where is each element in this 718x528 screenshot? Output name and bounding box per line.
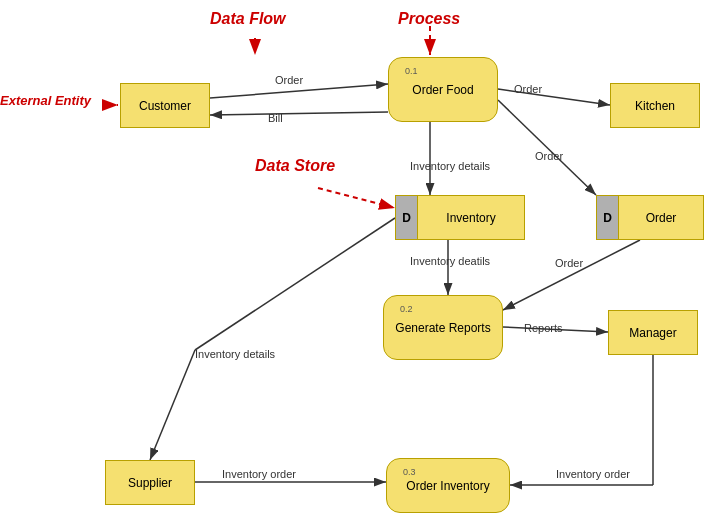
generate-reports-node[interactable]: 0.2 Generate Reports bbox=[383, 295, 503, 360]
datastore-legend-label: Data Store bbox=[255, 157, 335, 175]
svg-line-10 bbox=[498, 100, 596, 195]
flow-label-bill: Bill bbox=[268, 112, 283, 124]
dfd-diagram: External Entity Data Flow Process Data S… bbox=[0, 0, 718, 528]
external-entity-legend-label: External Entity bbox=[0, 93, 91, 108]
flow-label-reports: Reports bbox=[524, 322, 563, 334]
order-food-label: Order Food bbox=[412, 83, 473, 97]
generate-reports-label: Generate Reports bbox=[395, 321, 490, 335]
customer-label: Customer bbox=[139, 99, 191, 113]
order-food-node[interactable]: 0.1 Order Food bbox=[388, 57, 498, 122]
flow-label-order1: Order bbox=[275, 74, 303, 86]
svg-line-4 bbox=[318, 188, 395, 208]
process-legend-label: Process bbox=[398, 10, 460, 28]
manager-node[interactable]: Manager bbox=[608, 310, 698, 355]
order-inventory-node[interactable]: 0.3 Order Inventory bbox=[386, 458, 510, 513]
order-inventory-id: 0.3 bbox=[403, 467, 416, 477]
svg-line-6 bbox=[210, 84, 388, 98]
generate-reports-id: 0.2 bbox=[400, 304, 413, 314]
order-store-node[interactable]: D Order bbox=[596, 195, 704, 240]
flow-label-inventory-details3: Inventory details bbox=[195, 348, 275, 360]
order-store-label: Order bbox=[646, 211, 677, 225]
supplier-node[interactable]: Supplier bbox=[105, 460, 195, 505]
inventory-d-label: D bbox=[396, 196, 418, 239]
manager-label: Manager bbox=[629, 326, 676, 340]
svg-line-16 bbox=[195, 218, 395, 350]
kitchen-label: Kitchen bbox=[635, 99, 675, 113]
svg-line-12 bbox=[503, 240, 640, 310]
flow-label-inventory-order2: Inventory order bbox=[556, 468, 630, 480]
order-food-id: 0.1 bbox=[405, 66, 418, 76]
flow-label-order4: Order bbox=[555, 257, 583, 269]
flow-label-order2: Order bbox=[514, 83, 542, 95]
inventory-node[interactable]: D Inventory bbox=[395, 195, 525, 240]
inventory-label: Inventory bbox=[446, 211, 495, 225]
svg-line-17 bbox=[150, 350, 195, 460]
supplier-label: Supplier bbox=[128, 476, 172, 490]
order-store-d-label: D bbox=[597, 196, 619, 239]
arrows-layer bbox=[0, 0, 718, 528]
flow-label-inventory-details1: Inventory details bbox=[410, 160, 490, 172]
svg-line-7 bbox=[210, 112, 388, 115]
flow-label-order3: Order bbox=[535, 150, 563, 162]
kitchen-node[interactable]: Kitchen bbox=[610, 83, 700, 128]
dataflow-legend-label: Data Flow bbox=[210, 10, 286, 28]
flow-label-inventory-order1: Inventory order bbox=[222, 468, 296, 480]
customer-node[interactable]: Customer bbox=[120, 83, 210, 128]
order-inventory-label: Order Inventory bbox=[406, 479, 489, 493]
flow-label-inventory-details2: Inventory deatils bbox=[410, 255, 490, 267]
